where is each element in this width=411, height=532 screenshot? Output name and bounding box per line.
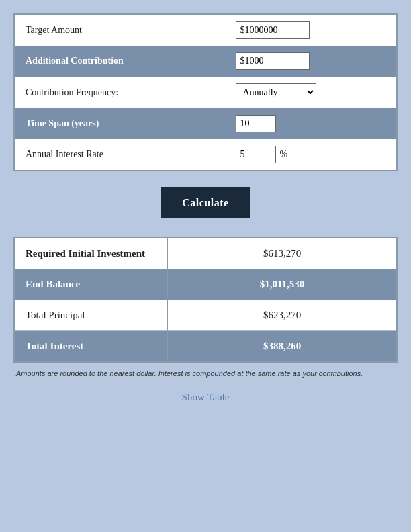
rate-container: % bbox=[236, 146, 386, 163]
time-span-input[interactable] bbox=[236, 115, 276, 132]
end-balance-label: End Balance bbox=[14, 269, 167, 300]
rate-percent-label: % bbox=[280, 149, 288, 160]
total-principal-value: $623,270 bbox=[167, 300, 397, 331]
time-span-label: Time Span (years) bbox=[14, 108, 225, 139]
disclaimer-text: Amounts are rounded to the nearest dolla… bbox=[16, 369, 395, 378]
end-balance-value: $1,011,530 bbox=[167, 269, 397, 300]
main-container: Target Amount Additional Contribution Co… bbox=[13, 13, 398, 410]
annual-interest-rate-input[interactable] bbox=[236, 146, 276, 163]
additional-contribution-label: Additional Contribution bbox=[14, 46, 225, 77]
required-initial-investment-value: $613,270 bbox=[167, 238, 397, 269]
results-table: Required Initial Investment $613,270 End… bbox=[13, 237, 398, 363]
total-interest-value: $388,260 bbox=[167, 331, 397, 363]
contribution-frequency-label: Contribution Frequency: bbox=[14, 77, 225, 108]
annual-interest-rate-label: Annual Interest Rate bbox=[14, 139, 225, 171]
target-amount-label: Target Amount bbox=[14, 14, 225, 46]
input-table: Target Amount Additional Contribution Co… bbox=[13, 13, 398, 171]
show-table-button[interactable]: Show Table bbox=[182, 392, 230, 403]
show-table-section: Show Table bbox=[13, 391, 398, 410]
total-interest-label: Total Interest bbox=[14, 331, 167, 363]
target-amount-input[interactable] bbox=[236, 21, 310, 39]
calculate-button[interactable]: Calculate bbox=[161, 187, 250, 218]
additional-contribution-input[interactable] bbox=[236, 52, 310, 70]
calculate-section: Calculate bbox=[13, 187, 398, 218]
contribution-frequency-select[interactable]: Annually Monthly Weekly Daily bbox=[236, 83, 316, 101]
total-principal-label: Total Principal bbox=[14, 300, 167, 331]
required-initial-investment-label: Required Initial Investment bbox=[14, 238, 167, 269]
